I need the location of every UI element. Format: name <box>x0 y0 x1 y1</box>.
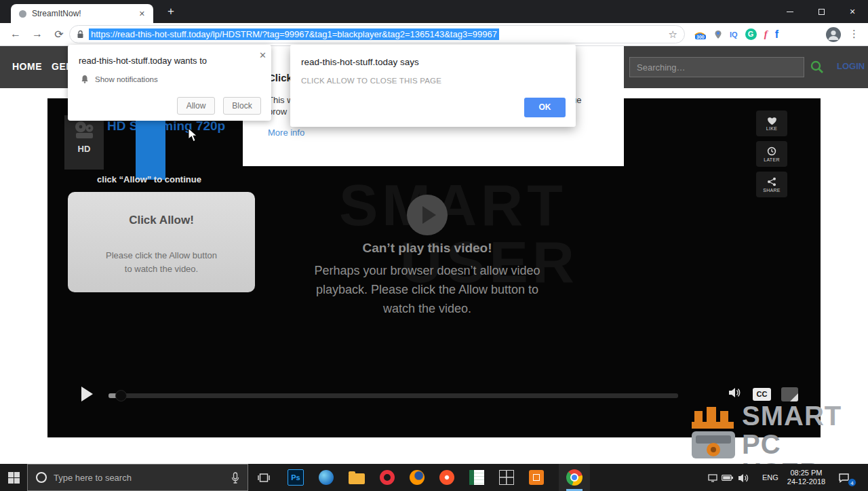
close-window-button[interactable]: ✕ <box>837 0 868 23</box>
notification-permission-popup: read-this-hot-stuff.today wants to Show … <box>68 45 271 121</box>
film-projector-icon <box>73 121 96 140</box>
seek-knob[interactable] <box>115 390 127 401</box>
playback-error-message: Can’t play this video! Perhaps your brow… <box>210 241 644 318</box>
popup-close-icon[interactable]: ✕ <box>259 50 267 60</box>
share-button[interactable]: SHARE <box>756 172 787 197</box>
padlock-icon <box>77 30 84 39</box>
cortana-icon <box>36 472 47 483</box>
bookmark-star-icon[interactable]: ☆ <box>669 28 677 41</box>
clock-icon <box>767 146 776 156</box>
smart-pc-user-logo: SMART PC USER <box>689 401 867 464</box>
blue-banner-shape <box>136 120 165 180</box>
taskbar-clock[interactable]: 08:25 PM 24-12-2018 <box>784 469 829 486</box>
error-line: playback. Please click the Allow button … <box>210 280 644 299</box>
minimize-button[interactable] <box>774 0 806 23</box>
reload-button[interactable]: ⟳ <box>52 28 66 41</box>
taskbar-search[interactable] <box>27 464 248 491</box>
forward-button[interactable]: → <box>30 28 45 40</box>
opera-icon[interactable] <box>380 470 395 485</box>
extension-monetization-icon[interactable]: 300 <box>694 26 707 43</box>
modal-text-fragment: This w <box>268 95 294 105</box>
new-tab-button[interactable]: + <box>163 3 179 20</box>
pinned-apps: Ps <box>288 464 590 491</box>
alert-title: read-this-hot-stuff.today says <box>301 57 419 67</box>
language-indicator[interactable]: ENG <box>762 473 778 482</box>
extension-iq-icon[interactable]: IQ <box>730 31 738 39</box>
browser-titlebar: StreamItNow! ✕ + ✕ <box>0 0 868 23</box>
allow-hint-text: click “Allow” to continue <box>47 174 251 184</box>
extension-f-red-icon[interactable]: f <box>764 28 768 40</box>
file-explorer-icon[interactable] <box>349 473 365 484</box>
share-icon <box>767 177 776 186</box>
orange-app-icon[interactable] <box>529 470 544 485</box>
pixel-robot-icon <box>689 406 738 460</box>
error-line: Perhaps your browser doesn’t allow video <box>210 261 644 280</box>
edge-icon[interactable] <box>319 470 334 485</box>
profile-avatar[interactable] <box>826 27 841 42</box>
card-title: Click Allow! <box>68 214 255 227</box>
taskbar-search-input[interactable] <box>54 473 231 483</box>
back-button[interactable]: ← <box>8 28 23 40</box>
tab-close-icon[interactable]: ✕ <box>136 8 148 20</box>
tray-volume-icon[interactable] <box>738 473 751 483</box>
browser-menu-icon[interactable]: ⋮ <box>849 28 859 40</box>
captions-button[interactable]: CC <box>753 388 771 401</box>
nav-home[interactable]: HOME <box>12 61 42 72</box>
play-button[interactable] <box>81 387 93 401</box>
permission-label: Show notifications <box>95 75 158 83</box>
js-alert-dialog: read-this-hot-stuff.today says CLICK ALL… <box>290 45 576 127</box>
extension-facebook-icon[interactable]: f <box>775 28 778 41</box>
streaming-caption: HD Streaming 720p <box>107 119 225 134</box>
browser-toolbar: ← → ⟳ https://read-this-hot-stuff.today/… <box>0 23 868 46</box>
start-button[interactable] <box>8 472 20 484</box>
firefox-icon[interactable] <box>410 470 425 485</box>
modal-heading-fragment: Click <box>268 72 292 83</box>
seek-bar[interactable] <box>108 393 678 398</box>
spreadsheet-app-icon[interactable] <box>469 470 484 485</box>
popup-title: read-this-hot-stuff.today wants to <box>79 56 207 66</box>
extension-pin-icon[interactable] <box>714 30 722 39</box>
task-view-icon[interactable] <box>258 473 270 483</box>
photoshop-icon[interactable]: Ps <box>288 469 304 486</box>
battery-icon[interactable] <box>722 475 734 482</box>
notification-count-badge: 4 <box>848 478 856 487</box>
address-bar[interactable]: https://read-this-hot-stuff.today/lp/HDS… <box>69 25 685 43</box>
hd-logo-box: HD <box>64 115 104 170</box>
login-link[interactable]: LOGIN <box>837 61 865 71</box>
like-button[interactable]: LIKE <box>756 111 787 136</box>
brand-line1: SMART <box>742 401 842 430</box>
tab-favicon-icon <box>19 10 26 18</box>
chrome-taskbar-button[interactable] <box>559 464 590 491</box>
share-label: SHARE <box>763 188 781 193</box>
later-label: LATER <box>764 157 780 162</box>
mouse-cursor <box>187 127 198 142</box>
allow-button[interactable]: Allow <box>177 97 215 115</box>
block-button[interactable]: Block <box>223 97 261 115</box>
tray-display-icon[interactable] <box>708 474 717 482</box>
chrome-icon <box>566 469 583 486</box>
error-line: watch the video. <box>210 299 644 318</box>
extensions-bar: 300 IQ G f f <box>694 25 778 43</box>
site-search-input[interactable] <box>629 57 804 77</box>
browser-app-icon[interactable] <box>439 470 454 485</box>
volume-icon[interactable] <box>728 387 743 398</box>
clock-time: 08:25 PM <box>784 469 829 477</box>
maximize-button[interactable] <box>806 0 837 23</box>
microphone-icon[interactable] <box>231 472 239 484</box>
fullscreen-button[interactable] <box>781 387 798 401</box>
watch-later-button[interactable]: LATER <box>756 141 787 167</box>
clock-date: 24-12-2018 <box>784 477 829 486</box>
grid-app-icon[interactable] <box>499 470 514 485</box>
url-text-selected[interactable]: https://read-this-hot-stuff.today/lp/HDS… <box>89 28 499 40</box>
browser-tab[interactable]: StreamItNow! ✕ <box>11 4 153 23</box>
alert-message: CLICK ALLOW TO CLOSE THIS PAGE <box>301 77 441 85</box>
heart-icon <box>767 117 777 125</box>
hd-badge: HD <box>64 144 104 154</box>
like-label: LIKE <box>766 126 777 131</box>
more-info-link[interactable]: More info <box>268 127 304 138</box>
extension-grammarly-icon[interactable]: G <box>745 28 757 40</box>
play-triangle-icon <box>422 206 436 224</box>
big-play-icon[interactable] <box>407 195 448 235</box>
ok-button[interactable]: OK <box>524 98 566 117</box>
search-icon[interactable] <box>810 60 825 75</box>
